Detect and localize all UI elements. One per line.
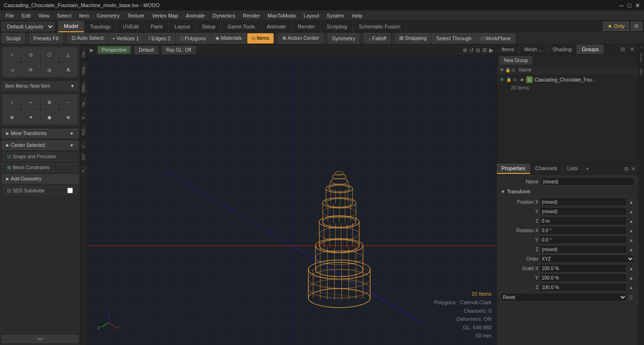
- rotation-z-up[interactable]: ▲: [628, 247, 635, 252]
- gear-btn[interactable]: ⚙: [631, 22, 642, 31]
- layout-tab-paint[interactable]: Paint: [145, 21, 169, 32]
- vertices-btn[interactable]: • Vertices 1: [108, 33, 143, 44]
- scale-y-field[interactable]: [539, 273, 627, 282]
- group-collapse-icon[interactable]: ▶: [521, 77, 524, 82]
- viewport-canvas[interactable]: X Z Y 20 Items Polygons : Catmull-Clark …: [87, 56, 496, 345]
- tool-dot[interactable]: ◉: [41, 110, 59, 124]
- item-menu-btn[interactable]: Item Menu: New Item ▼: [2, 82, 78, 91]
- group-lock[interactable]: 🔒: [506, 77, 511, 82]
- tab-items[interactable]: Items: [497, 45, 519, 54]
- tab-channels[interactable]: Channels: [530, 163, 562, 174]
- tool-x[interactable]: ⊗: [3, 110, 21, 124]
- tool-text[interactable]: A: [59, 63, 77, 77]
- tab-properties[interactable]: Properties: [497, 163, 530, 174]
- menu-item-render[interactable]: Render: [239, 12, 264, 19]
- strip-dup[interactable]: Dup...: [80, 60, 87, 77]
- presets-btn[interactable]: Presets F6: [29, 33, 63, 44]
- menu-item-texture[interactable]: Texture: [124, 12, 148, 19]
- more-transforms-btn[interactable]: ▶ More Transforms ▼: [2, 129, 78, 138]
- menu-item-dynamics[interactable]: Dynamics: [209, 12, 239, 19]
- tool-circle[interactable]: ○: [3, 47, 21, 62]
- edges-btn[interactable]: / Edges 2: [144, 33, 175, 44]
- menu-item-help[interactable]: Help: [348, 12, 367, 19]
- strip-de[interactable]: De...: [80, 45, 87, 60]
- name-prop-field[interactable]: [540, 177, 635, 186]
- position-x-up[interactable]: ▲: [628, 200, 635, 205]
- menu-item-view[interactable]: View: [35, 12, 54, 19]
- rstrip-add[interactable]: +: [638, 45, 644, 51]
- group-render[interactable]: ◎: [513, 77, 517, 82]
- menu-item-animate[interactable]: Animate: [182, 12, 208, 19]
- star-only-btn[interactable]: ★ Only: [603, 22, 629, 31]
- tool-move2[interactable]: ↕: [3, 95, 21, 109]
- strip-c[interactable]: C...: [80, 138, 87, 151]
- camera-perspective-btn[interactable]: Perspective: [98, 46, 131, 54]
- vp-reset-icon[interactable]: ↺: [469, 47, 474, 54]
- props-expand-btn[interactable]: ⧉: [624, 165, 629, 173]
- workplane-btn[interactable]: □ WorkPlane: [477, 33, 515, 44]
- layout-tab-animate[interactable]: Animate: [261, 21, 292, 32]
- menu-item-select[interactable]: Select: [53, 12, 75, 19]
- scale-z-field[interactable]: [539, 283, 627, 291]
- mesh-constraints-btn[interactable]: ⊞ Mesh Constraints: [3, 163, 77, 172]
- maximize-btn[interactable]: □: [627, 2, 631, 9]
- menu-item-maxtomodo[interactable]: MaxToModo: [264, 12, 300, 19]
- vp-settings-icon[interactable]: ⚙: [482, 47, 487, 54]
- strip-ye[interactable]: Ye...: [80, 95, 87, 110]
- vp-play-icon[interactable]: ▶: [489, 47, 493, 54]
- snaps-precision-btn[interactable]: ⊡ Snaps and Precision: [3, 153, 77, 161]
- symmetry-btn[interactable]: Symmetry: [328, 33, 360, 44]
- tool-pan[interactable]: ↔: [22, 95, 40, 109]
- ray-gl-btn[interactable]: Ray GL: Off: [162, 46, 196, 54]
- tool-move[interactable]: ◁: [3, 63, 21, 77]
- transform-collapse-icon[interactable]: ▼: [501, 189, 505, 194]
- props-close-btn[interactable]: ✕: [630, 165, 636, 173]
- polygons-btn[interactable]: □ Polygons: [176, 33, 210, 44]
- select-through-btn[interactable]: Select Through: [432, 33, 475, 44]
- scale-x-field[interactable]: [539, 264, 627, 272]
- rotation-x-field[interactable]: [539, 226, 627, 235]
- layout-tab-setup[interactable]: Setup: [196, 21, 222, 32]
- new-group-btn[interactable]: New Group: [500, 56, 532, 64]
- tool-plus[interactable]: ⊕: [59, 110, 77, 124]
- rotation-z-field[interactable]: [539, 245, 627, 254]
- strip-mes[interactable]: Mes...: [80, 77, 87, 95]
- rotation-x-up[interactable]: ▲: [628, 228, 635, 233]
- center-selected-btn[interactable]: ▶ Center Selected ▼: [2, 141, 78, 150]
- sds-toggle[interactable]: [67, 188, 73, 193]
- tab-mesh[interactable]: Mesh ...: [519, 45, 548, 54]
- strip-e[interactable]: E...: [80, 109, 87, 122]
- order-dropdown[interactable]: XYZ XZY YXZ YZX ZXY ZYX: [539, 254, 635, 263]
- layout-dropdown[interactable]: Default Layouts: [2, 22, 54, 31]
- layout-tab-game-tools[interactable]: Game Tools: [222, 21, 261, 32]
- tab-expand-icon[interactable]: ⧉: [619, 45, 627, 54]
- auto-select-btn[interactable]: ⊡ Auto Select: [67, 33, 108, 44]
- strip-pol[interactable]: Pol...: [80, 122, 87, 138]
- scale-z-up[interactable]: ▲: [628, 285, 635, 290]
- menu-item-item[interactable]: Item: [75, 12, 93, 19]
- falloff-btn[interactable]: ↓ Falloff: [364, 33, 390, 44]
- menu-item-file[interactable]: File: [2, 12, 18, 19]
- add-geometry-btn[interactable]: ▶ Add Geometry: [2, 174, 78, 183]
- action-center-btn[interactable]: ⊕ Action Center: [278, 33, 323, 44]
- layout-tab-schematic-fusion[interactable]: Schematic Fusion: [353, 21, 406, 32]
- position-x-field[interactable]: [539, 198, 627, 206]
- props-add-tab-btn[interactable]: +: [583, 163, 591, 174]
- expand-left-btn[interactable]: >>: [2, 335, 78, 343]
- minimize-btn[interactable]: ─: [619, 2, 624, 9]
- menu-item-vertex map[interactable]: Vertex Map: [148, 12, 182, 19]
- tab-groups[interactable]: Groups: [577, 45, 604, 54]
- close-btn[interactable]: ✕: [635, 2, 640, 9]
- tool-sphere[interactable]: ⊙: [22, 47, 40, 62]
- layout-tab-topology[interactable]: Topology: [84, 21, 117, 32]
- tab-settings-icon[interactable]: ✕: [628, 45, 636, 54]
- menu-item-system[interactable]: System: [323, 12, 348, 19]
- layout-tab-model[interactable]: Model: [58, 21, 84, 32]
- scale-x-up[interactable]: ▲: [628, 266, 635, 271]
- vp-crosshair-icon[interactable]: ⊕: [463, 47, 467, 54]
- tab-shading[interactable]: Shading: [548, 45, 577, 54]
- group-eye[interactable]: 👁: [500, 77, 504, 82]
- tool-cone[interactable]: △: [59, 47, 77, 62]
- vp-expand-icon[interactable]: ⧉: [476, 47, 480, 54]
- group-row-1[interactable]: 👁 🔒 ◎ ▶ G Cascading_Chocolate_Fou...: [498, 75, 637, 84]
